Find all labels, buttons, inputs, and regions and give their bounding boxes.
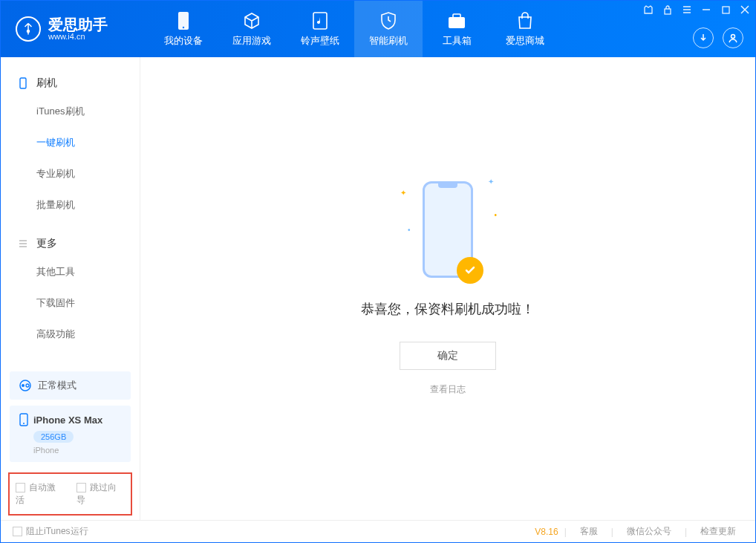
footer-link-support[interactable]: 客服 — [573, 525, 605, 538]
shirt-icon[interactable] — [642, 4, 654, 16]
bag-icon — [515, 10, 535, 31]
nav-tabs: 我的设备 应用游戏 铃声壁纸 智能刷机 工具箱 爱思商城 — [149, 1, 559, 57]
check-circle-icon — [457, 257, 483, 284]
sidebar-item-advanced[interactable]: 高级功能 — [1, 319, 140, 350]
sidebar-item-itunes[interactable]: iTunes刷机 — [1, 96, 140, 127]
window-controls — [642, 4, 751, 16]
nav-tab-apps[interactable]: 应用游戏 — [218, 1, 286, 57]
header-actions — [693, 27, 743, 48]
success-message: 恭喜您，保资料刷机成功啦！ — [361, 300, 535, 318]
svg-point-14 — [23, 423, 25, 424]
sidebar-item-oneclick[interactable]: 一键刷机 — [1, 127, 140, 158]
ok-button[interactable]: 确定 — [400, 342, 496, 370]
footer-link-wechat[interactable]: 微信公众号 — [619, 525, 679, 538]
download-button[interactable] — [693, 27, 714, 48]
shield-icon — [378, 10, 399, 31]
device-type: iPhone — [33, 446, 122, 455]
svg-point-2 — [183, 27, 184, 28]
user-button[interactable] — [723, 27, 743, 48]
lock-icon[interactable] — [662, 4, 674, 16]
app-url: www.i4.cn — [48, 32, 108, 41]
svg-point-8 — [731, 35, 735, 39]
view-log-link[interactable]: 查看日志 — [430, 383, 466, 396]
music-file-icon — [310, 10, 330, 31]
phone-outline-icon — [17, 77, 29, 89]
nav-tab-device[interactable]: 我的设备 — [149, 1, 218, 57]
sidebar: 刷机 iTunes刷机 一键刷机 专业刷机 批量刷机 更多 其他工具 下载固件 … — [1, 57, 140, 520]
svg-rect-6 — [665, 9, 671, 14]
nav-tab-ringtone[interactable]: 铃声壁纸 — [286, 1, 354, 57]
highlighted-checkbox-row: 自动激活 跳过向导 — [8, 472, 132, 516]
auto-activate-checkbox[interactable]: 自动激活 — [16, 481, 65, 507]
sidebar-section-more: 更多 — [1, 231, 140, 256]
mode-icon — [19, 379, 32, 392]
main-content: ✦ • ✦ • 恭喜您，保资料刷机成功啦！ 确定 查看日志 — [140, 57, 755, 520]
footer: 阻止iTunes运行 V8.16 | 客服 | 微信公众号 | 检查更新 — [1, 520, 755, 542]
skip-wizard-checkbox[interactable]: 跳过向导 — [76, 481, 126, 507]
menu-icon[interactable] — [681, 4, 693, 16]
minimize-button[interactable] — [700, 4, 712, 16]
svg-rect-5 — [453, 14, 460, 18]
header: 爱思助手 www.i4.cn 我的设备 应用游戏 铃声壁纸 智能刷机 工具箱 爱… — [1, 1, 755, 57]
list-icon — [17, 238, 29, 250]
close-button[interactable] — [739, 4, 751, 16]
toolbox-icon — [446, 10, 467, 31]
sidebar-section-flash: 刷机 — [1, 71, 140, 96]
phone-icon — [173, 10, 194, 31]
svg-rect-9 — [20, 78, 26, 88]
device-storage-badge: 256GB — [33, 431, 74, 443]
mode-box[interactable]: 正常模式 — [10, 371, 131, 400]
app-name: 爱思助手 — [48, 17, 108, 32]
sidebar-item-pro[interactable]: 专业刷机 — [1, 158, 140, 189]
app-logo-icon — [16, 16, 41, 42]
sidebar-item-firmware[interactable]: 下载固件 — [1, 287, 140, 319]
svg-point-12 — [26, 384, 29, 387]
sidebar-item-batch[interactable]: 批量刷机 — [1, 189, 140, 221]
svg-rect-7 — [723, 7, 729, 13]
footer-link-update[interactable]: 检查更新 — [693, 525, 743, 538]
nav-tab-toolbox[interactable]: 工具箱 — [423, 1, 491, 57]
logo-area: 爱思助手 www.i4.cn — [1, 16, 149, 42]
sidebar-item-tools[interactable]: 其他工具 — [1, 256, 140, 287]
cube-icon — [241, 10, 262, 31]
maximize-button[interactable] — [720, 4, 731, 16]
svg-rect-4 — [449, 17, 465, 28]
nav-tab-store[interactable]: 爱思商城 — [491, 1, 559, 57]
svg-point-11 — [22, 384, 25, 387]
block-itunes-checkbox[interactable]: 阻止iTunes运行 — [13, 525, 88, 538]
version-label: V8.16 — [535, 527, 558, 537]
svg-point-0 — [27, 30, 30, 33]
nav-tab-flash[interactable]: 智能刷机 — [354, 1, 423, 57]
device-box[interactable]: iPhone XS Max 256GB iPhone — [10, 406, 131, 462]
success-illustration: ✦ • ✦ • — [423, 181, 473, 278]
device-phone-icon — [19, 413, 29, 426]
